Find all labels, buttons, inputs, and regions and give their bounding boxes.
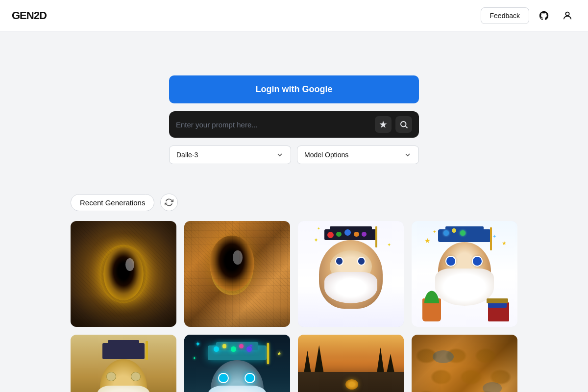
model-options-label: Model Options xyxy=(304,151,348,159)
model-value: Dalle-3 xyxy=(176,151,198,159)
image-card[interactable]: ✦ ✦ ✦ xyxy=(298,221,404,327)
prompt-input[interactable] xyxy=(176,121,371,129)
recent-header: Recent Generations xyxy=(71,194,517,211)
header-actions: Feedback xyxy=(481,7,576,24)
image-card[interactable] xyxy=(184,221,290,327)
prompt-container xyxy=(169,111,419,138)
search-button[interactable] xyxy=(395,116,412,133)
chevron-down-icon xyxy=(276,151,284,159)
image-grid: ✦ ✦ ✦ xyxy=(71,221,517,392)
recent-generations-section: Recent Generations xyxy=(0,194,588,392)
refresh-button[interactable] xyxy=(160,194,178,211)
svg-line-2 xyxy=(405,126,407,128)
image-card[interactable] xyxy=(412,335,517,392)
image-card[interactable]: ✦ ★ ✦ ✦ xyxy=(184,335,290,392)
refresh-icon xyxy=(165,198,173,207)
svg-point-0 xyxy=(565,12,569,15)
sparkle-button[interactable] xyxy=(375,116,392,133)
github-icon xyxy=(539,10,549,21)
main-content: Login with Google Dalle-3 Model Options xyxy=(0,31,588,392)
image-card[interactable]: ★ ★ ✦ ✦ xyxy=(412,221,517,327)
image-card[interactable] xyxy=(71,221,176,327)
image-card[interactable] xyxy=(71,335,176,392)
feedback-button[interactable]: Feedback xyxy=(481,7,529,24)
header: GEN2D Feedback xyxy=(0,0,588,31)
github-button[interactable] xyxy=(535,7,553,24)
login-google-button[interactable]: Login with Google xyxy=(169,75,419,103)
model-selectors: Dalle-3 Model Options xyxy=(169,146,419,164)
sparkle-icon xyxy=(379,120,388,129)
recent-generations-button[interactable]: Recent Generations xyxy=(71,194,154,211)
app-logo: GEN2D xyxy=(12,9,47,22)
chevron-down-icon-2 xyxy=(404,151,412,159)
svg-point-1 xyxy=(401,122,406,127)
search-icon xyxy=(399,120,408,129)
model-dropdown[interactable]: Dalle-3 xyxy=(169,146,291,164)
image-card[interactable] xyxy=(298,335,404,392)
user-button[interactable] xyxy=(559,7,576,24)
model-options-dropdown[interactable]: Model Options xyxy=(297,146,419,164)
user-icon xyxy=(562,10,573,21)
